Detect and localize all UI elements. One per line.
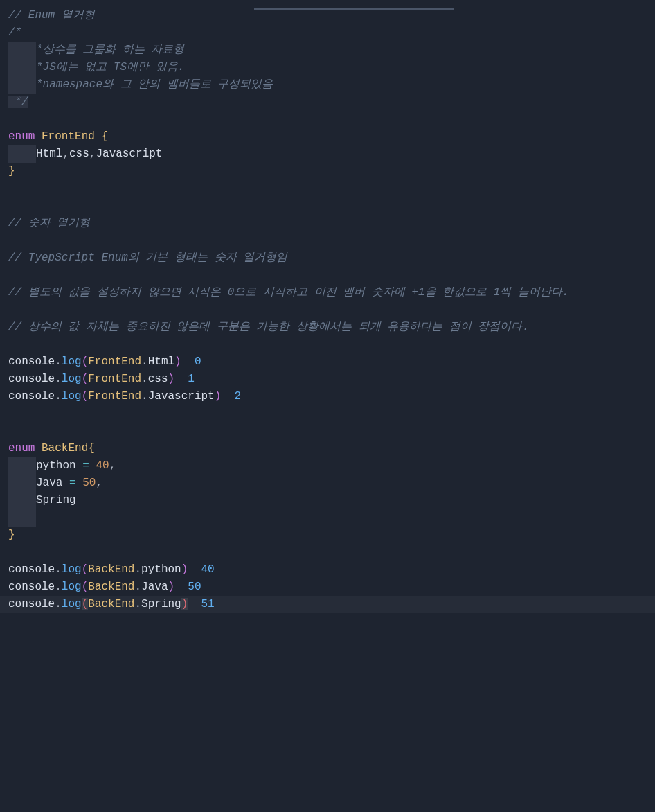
result-value: 50 — [188, 581, 201, 593]
indent-guide — [8, 42, 36, 59]
code-line[interactable]: enum BackEnd{ — [8, 440, 647, 457]
comment: *JS에는 없고 TS에만 있음. — [36, 61, 184, 73]
code-line[interactable]: console.log(BackEnd.Java) 50 — [8, 579, 647, 596]
paren-close-matched: ) — [181, 598, 188, 610]
paren-open: ( — [82, 373, 89, 385]
code-line[interactable]: enum FrontEnd { — [8, 128, 647, 145]
brace-close: } — [8, 529, 15, 541]
code-line[interactable]: // 숫자 열거형 — [8, 215, 647, 232]
code-line[interactable]: Java = 50, — [8, 475, 647, 492]
dot: . — [55, 355, 62, 368]
paren-close: ) — [168, 581, 174, 593]
number-literal: 50 — [82, 477, 96, 489]
paren-open: ( — [82, 581, 89, 593]
code-line[interactable]: *namespace와 그 안의 멤버들로 구성되있음 — [8, 76, 647, 94]
property: css — [148, 373, 168, 385]
log-func: log — [62, 563, 82, 576]
code-line[interactable] — [8, 544, 647, 561]
code-line[interactable]: *상수를 그룹화 하는 자료형 — [8, 42, 647, 59]
comma: , — [96, 477, 102, 489]
comma: , — [109, 459, 116, 472]
code-line[interactable]: // 별도의 값을 설정하지 않으면 시작은 0으로 시작하고 이전 멤버 숫자… — [8, 284, 647, 301]
paren-close: ) — [174, 355, 181, 368]
code-line[interactable] — [8, 197, 647, 215]
console-ref: console — [8, 355, 55, 368]
code-line[interactable]: console.log(BackEnd.python) 40 — [8, 561, 647, 579]
result-value: 51 — [201, 598, 215, 610]
property: Javascript — [148, 390, 215, 403]
result-value: 40 — [201, 563, 215, 576]
enum-name: BackEnd — [42, 442, 88, 454]
dot: . — [141, 390, 148, 403]
code-line[interactable]: console.log(FrontEnd.Javascript) 2 — [8, 388, 647, 405]
log-func: log — [62, 373, 82, 385]
code-line[interactable]: */ — [8, 94, 647, 111]
code-line[interactable] — [8, 336, 647, 353]
code-line[interactable]: // 상수의 값 자체는 중요하진 않은데 구분은 가능한 상황에서는 되게 유… — [8, 319, 647, 336]
comment: */ — [8, 96, 28, 108]
code-line[interactable] — [8, 423, 647, 440]
code-line[interactable]: python = 40, — [8, 457, 647, 475]
code-line[interactable]: Html,css,Javascript — [8, 145, 647, 163]
code-line[interactable]: Spring — [8, 492, 647, 509]
enum-ref: BackEnd — [88, 598, 134, 610]
indent-guide — [8, 76, 36, 94]
console-ref: console — [8, 563, 55, 576]
code-line[interactable] — [8, 405, 647, 423]
code-line[interactable] — [8, 301, 647, 319]
console-ref: console — [8, 390, 55, 403]
indent-guide — [8, 475, 36, 492]
code-line[interactable] — [8, 111, 647, 128]
paren-open: ( — [82, 563, 89, 576]
keyword-enum: enum — [8, 442, 35, 454]
dot: . — [55, 581, 62, 593]
comment: // 별도의 값을 설정하지 않으면 시작은 0으로 시작하고 이전 멤버 숫자… — [8, 286, 569, 299]
enum-ref: BackEnd — [88, 563, 134, 576]
log-func: log — [62, 581, 82, 593]
indent-guide — [8, 145, 36, 163]
indent-guide — [8, 509, 36, 527]
code-line[interactable]: } — [8, 163, 647, 180]
equals-op: = — [69, 477, 76, 489]
code-line[interactable]: // TyepScript Enum의 기본 형태는 숫자 열거형임 — [8, 249, 647, 267]
property: Html — [148, 355, 174, 368]
enum-member: Html — [36, 148, 62, 160]
paren-open: ( — [82, 390, 89, 403]
property: Java — [141, 581, 168, 593]
dot: . — [134, 563, 141, 576]
enum-ref: BackEnd — [88, 581, 134, 593]
equals-op: = — [82, 459, 89, 472]
paren-open: ( — [82, 355, 89, 368]
paren-close: ) — [181, 563, 188, 576]
code-line[interactable] — [8, 180, 647, 197]
code-line[interactable]: } — [8, 527, 647, 544]
code-line-active[interactable]: console.log(BackEnd.Spring) 51 — [0, 596, 655, 613]
code-line[interactable]: /* — [8, 24, 647, 42]
code-line[interactable] — [8, 267, 647, 284]
result-value: 1 — [188, 373, 195, 385]
console-ref: console — [8, 598, 55, 610]
paren-open-matched: ( — [82, 598, 89, 610]
brace-close: } — [8, 165, 15, 177]
enum-name: FrontEnd — [42, 130, 95, 143]
comment: /* — [8, 26, 21, 39]
comment: // TyepScript Enum의 기본 형태는 숫자 열거형임 — [8, 251, 287, 264]
indent-guide — [8, 492, 36, 509]
dot: . — [55, 390, 62, 403]
log-func: log — [62, 355, 82, 368]
log-func: log — [62, 598, 82, 610]
code-editor[interactable]: // Enum 열거형 /* *상수를 그룹화 하는 자료형 *JS에는 없고 … — [8, 7, 647, 613]
code-line[interactable] — [8, 232, 647, 249]
console-ref: console — [8, 373, 55, 385]
property: Spring — [141, 598, 181, 610]
comment: // 숫자 열거형 — [8, 217, 90, 229]
code-line[interactable]: console.log(FrontEnd.Html) 0 — [8, 353, 647, 371]
comma: , — [62, 148, 69, 160]
code-line[interactable] — [8, 509, 647, 527]
code-line[interactable]: console.log(FrontEnd.css) 1 — [8, 371, 647, 388]
code-line[interactable]: *JS에는 없고 TS에만 있음. — [8, 59, 647, 76]
enum-member: Java — [36, 477, 62, 489]
comma: , — [89, 148, 96, 160]
property: python — [141, 563, 181, 576]
dot: . — [55, 598, 62, 610]
